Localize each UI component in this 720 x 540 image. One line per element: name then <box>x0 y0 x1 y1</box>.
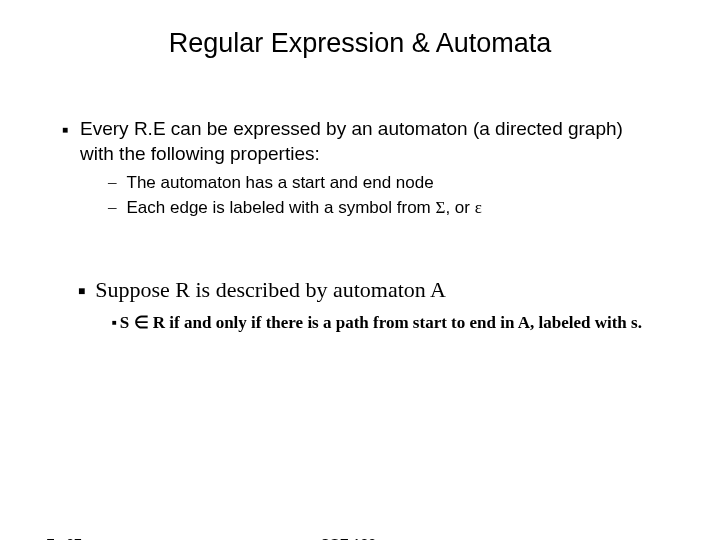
sub-bullet: – The automaton has a start and end node <box>108 172 630 194</box>
bullet-text: S ∈ R if and only if there is a path fro… <box>120 312 642 335</box>
bullet-text: Suppose R is described by automaton A <box>95 276 446 305</box>
text-part: S <box>120 313 134 332</box>
text-part: R if and only if there is a path from st… <box>149 313 642 332</box>
sub-bullet-text: Each edge is labeled with a symbol from … <box>127 197 482 219</box>
square-bullet-icon: ■ <box>62 124 68 135</box>
sub-text-part: Each edge is labeled with a symbol from <box>127 198 436 217</box>
sigma-symbol: Σ <box>436 198 446 217</box>
dash-bullet-icon: – <box>108 172 117 192</box>
bullet-level-1: ■ Every R.E can be expressed by an autom… <box>0 117 720 166</box>
sub-bullet-list: – The automaton has a start and end node… <box>0 172 720 219</box>
bullet-level-1-serif: ■ Suppose R is described by automaton A <box>0 276 720 305</box>
square-bullet-icon: ■ <box>112 318 117 327</box>
square-bullet-icon: ■ <box>78 284 85 299</box>
element-of-symbol: ∈ <box>134 313 149 332</box>
footer-left-text: Fa 07 <box>46 536 82 540</box>
bullet-text: Every R.E can be expressed by an automat… <box>80 117 660 166</box>
epsilon-symbol: ε <box>475 198 482 217</box>
sub-text-part: , or <box>445 198 474 217</box>
dash-bullet-icon: – <box>108 197 117 217</box>
sub-bullet-text: The automaton has a start and end node <box>127 172 434 194</box>
sub-bullet: – Each edge is labeled with a symbol fro… <box>108 197 630 219</box>
slide: Regular Expression & Automata ■ Every R.… <box>0 28 720 540</box>
bullet-level-2-serif: ■ S ∈ R if and only if there is a path f… <box>0 312 720 335</box>
slide-title: Regular Expression & Automata <box>0 28 720 59</box>
footer-center-text: CSE 182 <box>320 536 376 540</box>
